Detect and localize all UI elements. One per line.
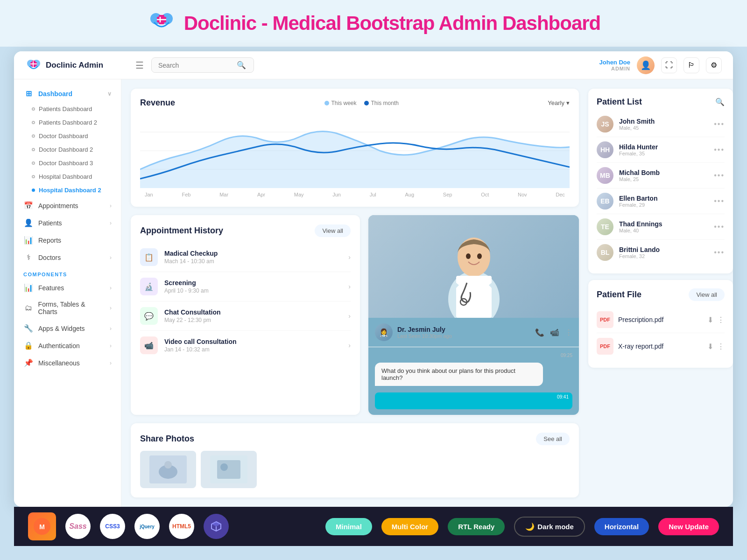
pill-minimal[interactable]: Minimal [325,518,372,535]
more-icon[interactable]: ⋮ [717,342,725,351]
sidebar-sub-patients-dashboard-2[interactable]: Patients Dashboard 2 [14,116,121,129]
sidebar-patients-label: Patients [38,219,62,227]
appt-item-3[interactable]: 📹 Video call Consultation Jan 14 - 10:32… [140,331,351,360]
sidebar-sub-doctor-dashboard-2[interactable]: Doctor Dashboard 2 [14,143,121,156]
sidebar-item-reports[interactable]: 📊 Reports [14,231,121,249]
sidebar-item-miscellaneous[interactable]: 📌 Miscellaneous › [14,354,121,371]
more-menu-icon-0[interactable]: ••• [714,120,725,128]
legend-week-label: This week [331,100,357,106]
badge-css: CSS3 [100,514,125,539]
search-box[interactable]: 🔍 [151,57,254,73]
patients-icon: 👤 [23,218,34,227]
share-photos-title: Share Photos [140,434,194,444]
sidebar-sub-patients-dashboard[interactable]: Patients Dashboard [14,102,121,116]
legend-month-label: This month [371,100,399,106]
flag-icon[interactable]: 🏳 [684,57,699,73]
more-menu-icon-2[interactable]: ••• [714,171,725,180]
download-icon[interactable]: ⬇ [707,342,713,351]
doctor-image [368,215,579,318]
patient-name-2: Michal Bomb [619,169,708,176]
legend-week: This week [324,100,357,106]
multicolor-label: Multi Color [392,523,428,531]
month-apr: Apr [257,192,265,197]
more-menu-icon-3[interactable]: ••• [714,197,725,205]
appt-item-1[interactable]: 🔬 Screening April 10 - 9:30 am › [140,272,351,301]
patient-list-header: Patient List 🔍 [597,97,725,107]
fullscreen-icon[interactable]: ⛶ [661,57,677,73]
sidebar-item-authentication[interactable]: 🔒 Authentication › [14,337,121,354]
patient-search-icon[interactable]: 🔍 [715,98,725,106]
sidebar-item-features[interactable]: 📊 Features › [14,279,121,296]
app-body: ⊞ Dashboard ∨ Patients Dashboard Patient… [14,79,733,507]
more-menu-icon-1[interactable]: ••• [714,146,725,154]
share-photos-header: Share Photos See all [140,433,570,445]
sidebar-item-appointments[interactable]: 📅 Appointments › [14,197,121,214]
hamburger-icon[interactable]: ☰ [135,60,144,71]
sidebar-sub-doctor-dashboard[interactable]: Doctor Dashboard [14,129,121,143]
view-all-appt-button[interactable]: View all [315,224,351,237]
pill-dark[interactable]: 🌙 Dark mode [514,517,585,537]
svg-point-16 [477,253,482,259]
pill-newupdate[interactable]: New Update [658,518,719,535]
sidebar-item-dashboard[interactable]: ⊞ Dashboard ∨ [14,85,121,102]
chevron-right-icon: › [110,254,112,261]
appt-info-3: Video call Consultation Jan 14 - 10:32 a… [164,338,342,353]
appt-icon-video: 📹 [140,336,158,354]
phone-icon[interactable]: 📞 [535,328,544,337]
month-mar: Mar [219,192,228,197]
patient-avatar-2: MB [597,167,613,184]
dashboard-icon: ⊞ [23,89,34,98]
pill-rtl[interactable]: RTL Ready [448,518,505,535]
sidebar-section-components: COMPONENTS [14,266,121,279]
sidebar-auth-label: Authentication [38,342,80,350]
sidebar-sub-hospital-dashboard[interactable]: Hospital Dashboard [14,170,121,183]
patient-item-0: JS John Smith Male, 45 ••• [597,112,725,137]
sub-label: Patients Dashboard 2 [39,119,97,126]
main-wrapper: Doclinic Admin ☰ 🔍 Johen Doe ADMIN 👤 ⛶ 🏳… [0,47,747,546]
chevron-right-icon: › [348,283,351,290]
dark-label: Dark mode [537,523,574,531]
right-panel: Patient List 🔍 JS John Smith Male, 45 ••… [588,79,733,507]
sidebar-item-apps[interactable]: 🔧 Apps & Widgets › [14,320,121,337]
sidebar-sub-hospital-dashboard-2[interactable]: Hospital Dashboard 2 [14,183,121,197]
brand-name: Doclinic Admin [46,61,103,70]
sidebar-misc-label: Miscellaneous [38,359,80,367]
appt-name-0: Madical Checkup [164,250,342,257]
appt-info-2: Chat Consultation May 22 - 12:30 pm [164,308,342,323]
see-all-photos-button[interactable]: See all [536,433,570,445]
more-menu-icon-4[interactable]: ••• [714,223,725,231]
appt-item-0[interactable]: 📋 Madical Checkup Mach 14 - 10:30 am › [140,243,351,272]
patient-avatar-3: EB [597,193,613,210]
search-icon: 🔍 [237,61,246,70]
patient-name-4: Thad Ennings [619,220,708,228]
revenue-chart [140,113,570,188]
appt-item-2[interactable]: 💬 Chat Consultation May 22 - 12:30 pm › [140,301,351,331]
patient-avatar-4: TE [597,218,613,235]
more-icon[interactable]: ⋮ [717,315,725,324]
view-all-files-button[interactable]: View all [689,288,725,301]
sidebar-item-forms[interactable]: 🗂 Forms, Tables & Charts › [14,296,121,320]
sub-label: Patients Dashboard [39,105,92,112]
patient-file-header: Patient File View all [597,288,725,301]
sub-label: Doctor Dashboard 2 [39,146,93,153]
brand: Doclinic Admin [25,57,128,74]
revenue-card-header: Revenue This week This month [140,98,570,108]
avatar[interactable]: 👤 [637,56,655,74]
more-menu-icon-5[interactable]: ••• [714,248,725,257]
more-icon[interactable]: ⋮ [565,328,572,337]
pill-multicolor[interactable]: Multi Color [381,518,438,535]
top-banner: Doclinic - Medical Bootstrap Admin Dashb… [0,0,747,47]
download-icon[interactable]: ⬇ [707,315,713,324]
patient-name-3: Ellen Barton [619,195,708,202]
settings-icon[interactable]: ⚙ [706,57,722,73]
sidebar-item-patients[interactable]: 👤 Patients › [14,214,121,231]
search-input[interactable] [158,62,233,69]
yearly-btn[interactable]: Yearly ▾ [548,99,570,106]
video-icon[interactable]: 📹 [550,328,559,337]
sidebar-sub-doctor-dashboard-3[interactable]: Doctor Dashboard 3 [14,156,121,170]
patient-name-0: John Smith [619,118,708,125]
chevron-right-icon: › [110,360,112,366]
appt-date-3: Jan 14 - 10:32 am [164,346,342,353]
sidebar-item-doctors[interactable]: ⚕ Doctors › [14,249,121,266]
pill-horizontal[interactable]: Horizontal [594,518,649,535]
